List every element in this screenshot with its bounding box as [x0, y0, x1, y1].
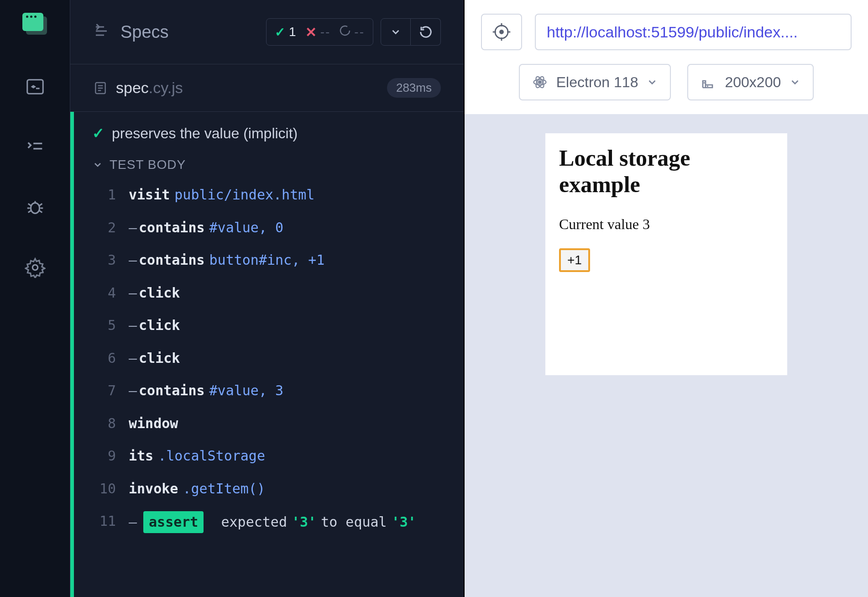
command-row[interactable]: 6–click [74, 342, 464, 375]
command-name: its [129, 446, 153, 466]
nav-rail [0, 0, 70, 597]
settings-nav-icon[interactable] [23, 256, 47, 279]
aut-info-row: Electron 118 200x200 [465, 58, 868, 114]
ruler-icon [700, 74, 716, 90]
current-value: 3 [643, 216, 650, 232]
child-dash: – [129, 382, 137, 398]
aut-iframe: Local storage example Current value 3 +1 [545, 133, 787, 375]
line-number: 6 [90, 348, 116, 368]
browser-label: Electron 118 [556, 74, 638, 91]
command-row[interactable]: 7–contains#value, 3 [74, 374, 464, 407]
x-icon: ✕ [305, 24, 317, 40]
svg-point-15 [539, 81, 541, 84]
command-name: window [129, 414, 178, 434]
command-row[interactable]: 5–click [74, 309, 464, 342]
child-dash: – [129, 285, 137, 301]
child-dash: – [129, 350, 137, 366]
specs-title: Specs [120, 22, 169, 42]
file-icon [93, 81, 108, 95]
chevron-down-icon [646, 76, 658, 88]
command-row-assert[interactable]: 11 –assert expected '3' to equal '3' [74, 505, 464, 539]
debug-nav-icon[interactable] [23, 195, 47, 219]
chevron-down-icon [789, 76, 801, 88]
command-row[interactable]: 9its.localStorage [74, 440, 464, 472]
selector-playground-button[interactable] [481, 14, 522, 50]
chevron-down-icon [92, 159, 103, 170]
pending-icon [340, 25, 350, 39]
spec-duration: 283ms [387, 78, 441, 98]
viewport-chip[interactable]: 200x200 [687, 64, 814, 100]
spec-file-row[interactable]: spec.cy.js 283ms [70, 64, 464, 112]
runs-nav-icon[interactable] [23, 135, 47, 159]
command-args: #value, 0 [209, 218, 284, 238]
command-name: contains [139, 382, 205, 398]
passed-count: 1 [289, 25, 296, 39]
assert-word: to equal [321, 512, 387, 532]
viewport-wrapper: Local storage example Current value 3 +1 [465, 114, 868, 597]
specs-nav-icon[interactable] [23, 75, 47, 99]
line-number: 10 [90, 479, 116, 499]
aut-topbar: http://localhost:51599/public/index.... [465, 0, 868, 58]
current-value-line: Current value 3 [559, 216, 774, 233]
electron-icon [532, 74, 548, 90]
line-number: 11 [90, 511, 116, 533]
line-number: 8 [90, 414, 116, 434]
check-icon: ✓ [92, 125, 105, 142]
command-name: contains [139, 220, 205, 236]
test-body-header[interactable]: TEST BODY [74, 151, 464, 178]
chevron-down-button[interactable] [381, 18, 411, 46]
test-title: preserves the value (implicit) [112, 125, 298, 142]
command-args: .localStorage [158, 446, 265, 466]
child-dash: – [129, 220, 137, 236]
command-name: click [139, 285, 180, 301]
line-number: 5 [90, 315, 116, 335]
test-title-row[interactable]: ✓ preserves the value (implicit) [74, 112, 464, 151]
cypress-logo [22, 13, 48, 38]
browser-chip[interactable]: Electron 118 [519, 64, 671, 100]
line-number: 7 [90, 381, 116, 401]
assert-word: expected [221, 512, 288, 532]
test-body-label: TEST BODY [110, 157, 186, 172]
child-dash: – [129, 317, 137, 333]
spec-file-ext: .cy.js [149, 79, 183, 97]
command-args: #value, 3 [209, 381, 284, 401]
child-dash: – [129, 512, 137, 532]
aut-panel: http://localhost:51599/public/index.... … [465, 0, 868, 597]
url-bar[interactable]: http://localhost:51599/public/index.... [535, 14, 852, 50]
app-root: Specs ✓ 1 ✕ -- -- [0, 0, 868, 597]
specs-header-icon [93, 23, 110, 41]
failed-count: -- [320, 25, 331, 39]
spec-filename: spec [116, 79, 149, 97]
command-name: contains [139, 252, 205, 268]
rerun-button[interactable] [411, 18, 441, 46]
command-name: click [139, 317, 180, 333]
line-number: 4 [90, 283, 116, 303]
command-args: public/index.html [174, 185, 314, 205]
command-row[interactable]: 8window [74, 407, 464, 440]
page-heading: Local storage example [559, 145, 774, 198]
command-list: 1visitpublic/index.html2–contains#value,… [74, 178, 464, 505]
test-stats: ✓ 1 ✕ -- -- [266, 18, 373, 46]
failed-stat: ✕ -- [305, 24, 331, 40]
command-row[interactable]: 10invoke.getItem() [74, 472, 464, 505]
assert-pill: assert [143, 511, 204, 533]
command-row[interactable]: 2–contains#value, 0 [74, 211, 464, 244]
command-row[interactable]: 4–click [74, 277, 464, 309]
line-number: 9 [90, 446, 116, 466]
line-number: 2 [90, 218, 116, 238]
command-args: button#inc, +1 [209, 250, 325, 270]
current-value-label: Current value [559, 216, 643, 232]
increment-button[interactable]: +1 [559, 248, 590, 272]
svg-point-3 [31, 203, 39, 213]
command-name: click [139, 350, 180, 366]
command-row[interactable]: 1visitpublic/index.html [74, 178, 464, 211]
command-name: visit [129, 185, 170, 205]
command-name: invoke [129, 479, 178, 499]
assert-literal: '3' [292, 512, 316, 532]
command-log-panel: Specs ✓ 1 ✕ -- -- [70, 0, 465, 597]
command-row[interactable]: 3–containsbutton#inc, +1 [74, 244, 464, 277]
log-body: ✓ preserves the value (implicit) TEST BO… [70, 112, 464, 597]
command-log-header: Specs ✓ 1 ✕ -- -- [70, 0, 464, 64]
child-dash: – [129, 252, 137, 268]
line-number: 1 [90, 185, 116, 205]
